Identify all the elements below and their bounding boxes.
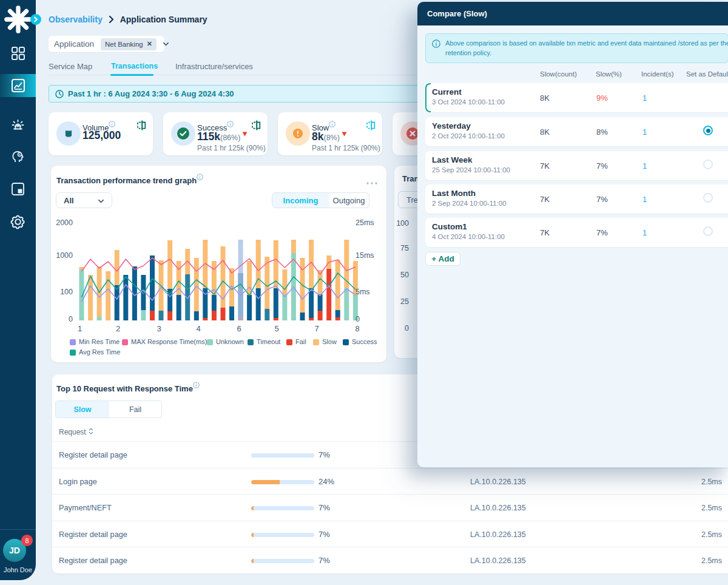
svg-text:1: 1 (78, 324, 82, 333)
svg-text:15ms: 15ms (356, 251, 374, 260)
svg-text:0: 0 (356, 315, 360, 323)
svg-text:5ms: 5ms (356, 288, 370, 296)
svg-text:0: 0 (69, 315, 73, 323)
svg-text:2: 2 (116, 324, 120, 333)
svg-text:5: 5 (274, 324, 278, 333)
svg-text:3: 3 (157, 324, 161, 333)
svg-text:8: 8 (355, 324, 359, 333)
svg-text:6: 6 (237, 324, 241, 333)
svg-text:7: 7 (314, 324, 318, 333)
svg-text:100: 100 (60, 288, 73, 296)
svg-text:2000: 2000 (56, 218, 73, 227)
svg-text:4: 4 (196, 324, 200, 333)
svg-text:25ms: 25ms (356, 218, 374, 227)
svg-text:1000: 1000 (56, 251, 73, 260)
